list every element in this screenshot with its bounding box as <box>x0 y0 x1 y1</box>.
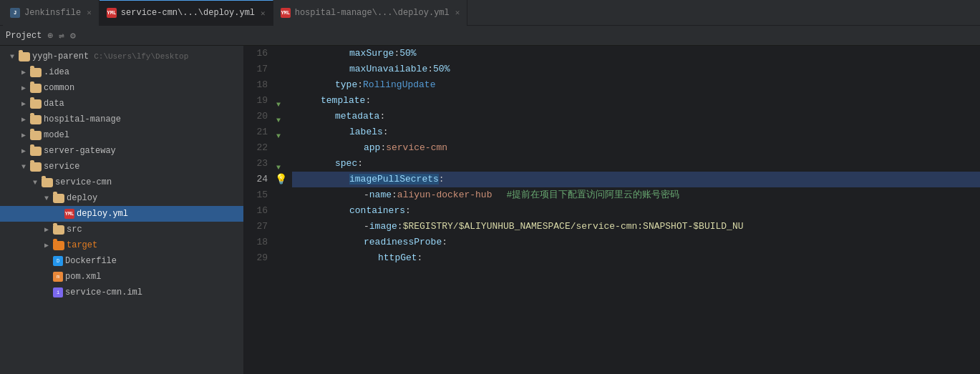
ln-24: 24 <box>243 172 268 187</box>
close-jenkinsfile-button[interactable]: ✕ <box>87 8 92 17</box>
code-key-name: name <box>369 187 392 203</box>
tree-item-service[interactable]: ▼ service <box>0 159 243 174</box>
tab-service-cmn-label: service-cmn\...\deploy.yml <box>121 8 255 18</box>
gutter-19: ▼ <box>273 93 288 109</box>
code-line-24: imagePullSecrets: <box>292 172 980 187</box>
tab-hospital-manage-deploy[interactable]: YML hospital-manage\...\deploy.yml ✕ <box>273 0 468 26</box>
server-gateway-arrow: ▶ <box>19 147 28 155</box>
service-cmn-name: service-cmn <box>55 177 112 187</box>
service-arrow: ▼ <box>19 163 28 171</box>
transfer-icon[interactable]: ⇌ <box>59 30 64 41</box>
service-cmn-arrow: ▼ <box>31 179 39 187</box>
code-key-imagepullsecrets: imagePullSecrets <box>349 174 439 184</box>
data-folder-icon <box>30 99 42 109</box>
tree-item-service-cmn[interactable]: ▼ service-cmn <box>0 174 243 190</box>
settings-icon[interactable]: ⚙ <box>70 30 76 41</box>
tab-jenkinsfile-label: Jenkinsfile <box>24 8 81 18</box>
tab-jenkinsfile[interactable]: J Jenkinsfile ✕ <box>3 0 100 26</box>
tree-item-data[interactable]: ▶ data <box>0 96 243 112</box>
gutter-24: 💡 <box>273 172 288 187</box>
dockerfile-name: Dockerfile <box>65 256 117 266</box>
lightbulb-icon[interactable]: 💡 <box>275 172 287 187</box>
src-folder-icon <box>53 225 64 235</box>
tree-item-common[interactable]: ▶ common <box>0 80 243 96</box>
code-key-readinessprobe: readinessProbe <box>364 235 442 250</box>
code-key-app: app <box>364 140 380 156</box>
code-key-httpget: httpGet <box>378 250 417 266</box>
ln-19: 19 <box>243 93 268 109</box>
model-folder-icon <box>30 131 42 140</box>
code-key-maxsurge: maxSurge <box>349 46 394 61</box>
ln-25: 15 <box>243 187 268 203</box>
tree-item-service-cmn-iml[interactable]: ▶ i service-cmn.iml <box>0 285 243 300</box>
code-comment-aliyun: #提前在项目下配置访问阿里云的账号密码 <box>506 187 679 203</box>
ln-20: 20 <box>243 109 268 124</box>
deploy-folder-arrow: ▼ <box>42 195 51 202</box>
hospital-manage-name: hospital-manage <box>44 114 121 124</box>
code-line-22: app: service-cmn <box>292 140 980 156</box>
data-arrow: ▶ <box>19 99 28 108</box>
gutter-23: ▼ <box>273 156 288 172</box>
server-gateway-name: server-gateway <box>44 146 116 156</box>
root-name: yygh-parent <box>32 51 89 61</box>
root-folder-icon <box>19 52 30 61</box>
add-icon[interactable]: ⊕ <box>47 30 53 41</box>
code-line-20: metadata: <box>292 109 980 124</box>
iml-icon: i <box>53 287 63 297</box>
code-val-maxsurge: 50% <box>399 46 416 61</box>
common-name: common <box>44 83 74 93</box>
tab-service-cmn-deploy[interactable]: YML service-cmn\...\deploy.yml ✕ <box>100 0 273 26</box>
code-dash-1: - <box>364 187 369 203</box>
gutter-20: ▼ <box>273 109 288 124</box>
tree-item-deploy-folder[interactable]: ▼ deploy <box>0 190 243 206</box>
ln-28: 18 <box>243 235 268 250</box>
tree-item-pom-xml[interactable]: ▶ m pom.xml <box>0 269 243 285</box>
code-area[interactable]: maxSurge: 50% maxUnavailable: 50% type: … <box>288 46 980 374</box>
src-name: src <box>67 225 82 235</box>
code-key-image: image <box>369 219 397 235</box>
deploy-folder-name: deploy <box>67 193 97 203</box>
tree-item-deploy-yml[interactable]: ▶ YML deploy.yml <box>0 206 243 222</box>
gutter-29 <box>273 250 288 266</box>
close-hospital-manage-button[interactable]: ✕ <box>455 8 460 17</box>
file-tree: ▼ yygh-parent C:\Users\lfy\Desktop ▶ .id… <box>0 46 243 374</box>
code-key-spec: spec <box>335 156 357 172</box>
code-line-17: maxUnavailable: 50% <box>292 61 980 77</box>
tree-item-hospital-manage[interactable]: ▶ hospital-manage <box>0 112 243 127</box>
tree-item-target[interactable]: ▶ target <box>0 237 243 253</box>
pom-xml-name: pom.xml <box>65 272 101 282</box>
model-name: model <box>44 130 69 140</box>
root-path: C:\Users\lfy\Desktop <box>94 52 188 61</box>
tree-item-idea[interactable]: ▶ .idea <box>0 64 243 80</box>
tree-item-model[interactable]: ▶ model <box>0 127 243 143</box>
common-folder-icon <box>30 84 42 93</box>
toolbar: Project ⊕ ⇌ ⚙ <box>0 26 980 46</box>
model-arrow: ▶ <box>19 131 28 139</box>
data-name: data <box>44 99 64 109</box>
tree-item-src[interactable]: ▶ src <box>0 222 243 237</box>
gutter-25 <box>273 187 288 203</box>
ln-23: 23 <box>243 156 268 172</box>
ln-22: 22 <box>243 140 268 156</box>
idea-folder-icon <box>30 68 42 77</box>
service-name: service <box>44 162 79 172</box>
tab-bar: J Jenkinsfile ✕ YML service-cmn\...\depl… <box>0 0 980 26</box>
tree-item-dockerfile[interactable]: ▶ D Dockerfile <box>0 253 243 269</box>
tree-item-server-gateway[interactable]: ▶ server-gateway <box>0 143 243 159</box>
ln-26: 16 <box>243 203 268 219</box>
code-key-maxunavailable: maxUnavailable <box>349 61 427 77</box>
code-line-29: httpGet: <box>292 250 980 266</box>
editor: 16 17 18 19 20 21 22 23 24 15 16 27 18 2… <box>243 46 980 374</box>
code-key-template: template <box>321 93 365 109</box>
code-line-containers: containers: <box>292 203 980 219</box>
code-line-21: labels: <box>292 124 980 140</box>
tree-root[interactable]: ▼ yygh-parent C:\Users\lfy\Desktop <box>0 49 243 64</box>
gutter-28 <box>273 235 288 250</box>
close-service-cmn-button[interactable]: ✕ <box>261 9 266 18</box>
tab-hospital-manage-label: hospital-manage\...\deploy.yml <box>295 8 450 18</box>
dockerfile-icon: D <box>53 256 63 266</box>
ln-29: 29 <box>243 250 268 266</box>
service-cmn-folder-icon <box>42 178 53 187</box>
project-label: Project <box>6 31 42 41</box>
deploy-yml-icon: YML <box>64 209 74 219</box>
